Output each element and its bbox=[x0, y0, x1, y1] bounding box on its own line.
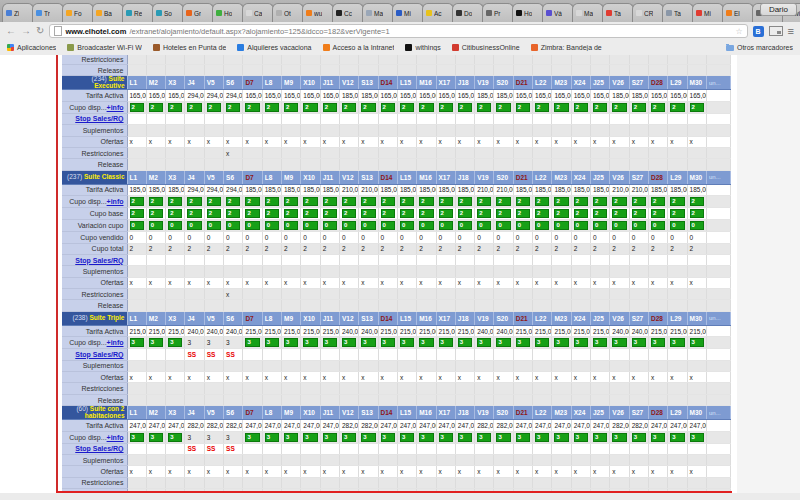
cell-value: x bbox=[397, 136, 416, 147]
stop-sales-link[interactable]: Stop Sales/RQ bbox=[75, 351, 123, 358]
cupo-bar: 3 bbox=[632, 338, 646, 347]
room-type-header: (60) Suite con 2 habitaciones bbox=[62, 406, 127, 420]
browser-tab[interactable]: Mi bbox=[392, 3, 424, 22]
browser-tab[interactable]: Pr bbox=[482, 3, 514, 22]
browser-tab[interactable]: Ta bbox=[662, 3, 694, 22]
cupo-bar: 2 bbox=[554, 197, 568, 206]
day-header: M16 bbox=[417, 406, 436, 420]
cell-value: x bbox=[494, 466, 513, 477]
info-link[interactable]: +info bbox=[107, 198, 124, 205]
cupo-bar: 2 bbox=[574, 209, 588, 218]
bookmark-item[interactable]: Hoteles en Punta de bbox=[153, 44, 226, 51]
info-link[interactable]: +info bbox=[107, 434, 124, 441]
empty-cell bbox=[494, 159, 513, 170]
stop-sales-link[interactable]: Stop Sales/RQ bbox=[75, 257, 123, 264]
browser-tab[interactable]: Tr bbox=[32, 3, 64, 22]
empty-cell bbox=[533, 443, 552, 454]
extension-icon[interactable]: B bbox=[753, 26, 764, 37]
stop-sales-link[interactable]: Stop Sales/RQ bbox=[75, 445, 123, 452]
cast-icon[interactable] bbox=[769, 26, 783, 36]
cupo-cell: 2 bbox=[533, 101, 552, 113]
url-field[interactable]: www.elhotel.com/extranet/alojamiento/def… bbox=[49, 24, 747, 38]
bookmark-item[interactable]: CitibusinessOnline bbox=[452, 44, 520, 51]
bookmark-item[interactable]: withings bbox=[405, 44, 440, 51]
cell-value: 185,00 bbox=[591, 184, 610, 195]
bookmark-item[interactable]: Acceso a la Intranet bbox=[323, 44, 395, 51]
empty-cell bbox=[282, 360, 301, 371]
empty-cell bbox=[494, 477, 513, 488]
back-button[interactable]: ← bbox=[6, 26, 16, 36]
browser-tab[interactable]: So bbox=[152, 3, 184, 22]
bookmark-item[interactable]: Broadcaster Wi-Fi W bbox=[67, 44, 142, 51]
cell-value: 0 bbox=[224, 232, 243, 243]
bookmark-item[interactable]: Alquileres vacaciona bbox=[237, 44, 311, 51]
empty-cell bbox=[397, 147, 416, 158]
room-code: (237) bbox=[67, 173, 84, 180]
browser-tab[interactable]: wu bbox=[302, 3, 334, 22]
cupo-bar: 3 bbox=[361, 433, 375, 442]
cell-value: 0 bbox=[417, 232, 436, 243]
info-link[interactable]: +info bbox=[107, 339, 124, 346]
bookmark-star-icon[interactable]: ☆ bbox=[735, 27, 742, 36]
forward-button[interactable]: → bbox=[21, 26, 31, 36]
cupo-cell: 2 bbox=[668, 208, 687, 220]
empty-cell bbox=[320, 125, 339, 136]
cupo-cell: 2 bbox=[533, 196, 552, 208]
browser-tab[interactable]: Ot bbox=[272, 3, 304, 22]
cupo-bar: 0 bbox=[670, 221, 684, 230]
day-header: S6 bbox=[224, 76, 243, 90]
cupo-cell: 2 bbox=[629, 101, 648, 113]
cell-value: x bbox=[320, 136, 339, 147]
browser-tab[interactable]: Gr bbox=[182, 3, 214, 22]
folder-icon bbox=[726, 45, 734, 51]
browser-tab[interactable]: Zi bbox=[2, 3, 34, 22]
cell-value: x bbox=[455, 372, 474, 383]
info-link[interactable]: +info bbox=[107, 104, 124, 111]
empty-cell bbox=[224, 65, 243, 76]
browser-tab[interactable]: Ta bbox=[602, 3, 634, 22]
browser-tab[interactable]: Do bbox=[452, 3, 484, 22]
browser-tab[interactable]: Ho bbox=[212, 3, 244, 22]
reload-button[interactable]: ↻ bbox=[36, 26, 44, 36]
empty-cell bbox=[475, 113, 494, 124]
browser-tab[interactable]: Ma bbox=[362, 3, 394, 22]
empty-cell bbox=[648, 477, 667, 488]
menu-icon[interactable]: ≡ bbox=[788, 26, 794, 37]
browser-tab[interactable]: CR bbox=[632, 3, 664, 22]
cell-value: 247,00 bbox=[591, 420, 610, 431]
browser-tab[interactable]: Re bbox=[122, 3, 154, 22]
other-bookmarks[interactable]: Otros marcadores bbox=[726, 44, 793, 51]
empty-cell bbox=[146, 443, 165, 454]
day-header: J18 bbox=[455, 406, 474, 420]
browser-tab[interactable]: Mi bbox=[692, 3, 724, 22]
browser-tab[interactable]: Fo bbox=[62, 3, 94, 22]
empty-cell bbox=[591, 113, 610, 124]
bookmark-item[interactable]: Zimbra: Bandeja de bbox=[531, 44, 602, 51]
cupo-cell: 3 bbox=[127, 431, 146, 443]
stop-sales-link[interactable]: Stop Sales/RQ bbox=[75, 115, 123, 122]
cupo-cell: 2 bbox=[571, 101, 590, 113]
profile-button[interactable]: Dario bbox=[760, 3, 797, 16]
cupo-cell: 3 bbox=[243, 431, 262, 443]
empty-cell bbox=[629, 383, 648, 394]
table-row: Suplementos bbox=[62, 454, 731, 465]
tab-favicon bbox=[696, 10, 702, 16]
empty-cell bbox=[591, 383, 610, 394]
cupo-bar: 3 bbox=[574, 433, 588, 442]
browser-tab[interactable]: Ba bbox=[92, 3, 124, 22]
browser-tab[interactable]: Ac bbox=[422, 3, 454, 22]
cell-value: 185,00 bbox=[359, 90, 378, 101]
browser-tab[interactable]: Cc bbox=[332, 3, 364, 22]
browser-tab[interactable]: Ca bbox=[242, 3, 274, 22]
cell-value: 185,00 bbox=[127, 184, 146, 195]
cell-value: x bbox=[591, 136, 610, 147]
apps-bookmark[interactable]: Aplicaciones bbox=[7, 44, 56, 51]
browser-tab[interactable]: Vá bbox=[542, 3, 574, 22]
browser-tab[interactable]: Ma bbox=[572, 3, 604, 22]
empty-cell bbox=[571, 394, 590, 405]
cupo-cell: 3 bbox=[475, 431, 494, 443]
browser-tab[interactable]: Ho bbox=[512, 3, 544, 22]
browser-tab[interactable]: El bbox=[722, 3, 754, 22]
empty-cell bbox=[359, 266, 378, 277]
empty-cell bbox=[552, 300, 571, 311]
